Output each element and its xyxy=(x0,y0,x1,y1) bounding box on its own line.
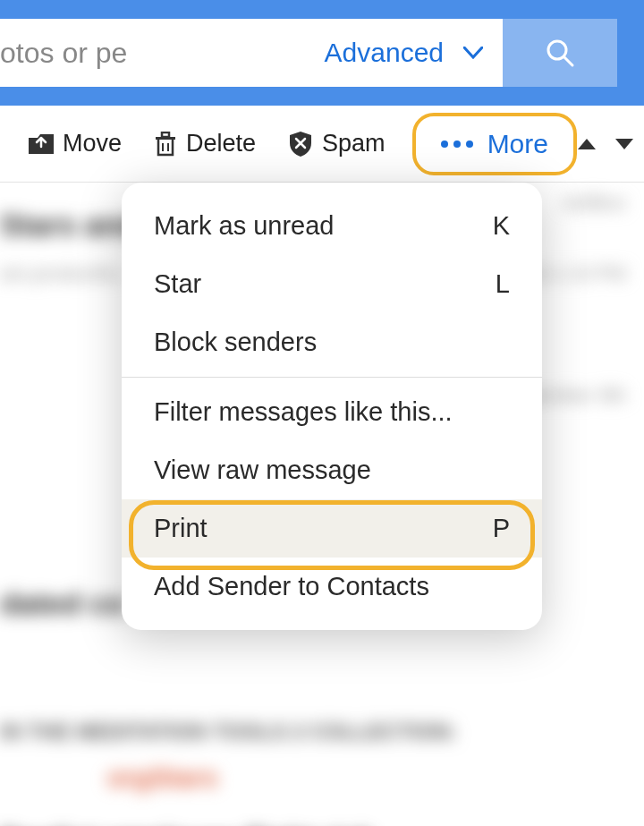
menu-label: View raw message xyxy=(154,456,371,485)
move-icon xyxy=(29,132,54,156)
menu-label: Add Sender to Contacts xyxy=(154,572,429,601)
menu-block-senders[interactable]: Block senders xyxy=(122,313,542,371)
menu-filter[interactable]: Filter messages like this... xyxy=(122,383,542,441)
menu-label: Star xyxy=(154,269,201,299)
search-icon xyxy=(544,37,576,69)
more-button[interactable]: More xyxy=(412,113,577,175)
nav-arrows xyxy=(577,137,643,151)
advanced-search-button[interactable]: Advanced xyxy=(316,38,503,68)
menu-label: Filter messages like this... xyxy=(154,397,453,427)
search-bar: Advanced xyxy=(0,19,503,87)
menu-label: Mark as unread xyxy=(154,211,335,241)
collection-line: IN THE MEDITATION TOOLS 2 COLLECTION: xyxy=(0,720,626,745)
svg-rect-3 xyxy=(162,132,169,137)
chevron-down-icon xyxy=(463,47,483,59)
adbox-label: Ad/Box xyxy=(563,192,626,215)
delete-label: Delete xyxy=(186,130,256,158)
spam-shield-icon xyxy=(288,131,313,158)
svg-line-1 xyxy=(564,57,572,65)
menu-mark-unread[interactable]: Mark as unread K xyxy=(122,197,542,255)
menu-shortcut: K xyxy=(493,211,510,241)
from-line: am.producthu xyxy=(0,262,121,285)
menu-label: Block senders xyxy=(154,328,317,357)
more-dropdown: Mark as unread K Star L Block senders Fi… xyxy=(122,183,542,630)
menu-shortcut: P xyxy=(493,514,510,543)
spam-label: Spam xyxy=(322,130,386,158)
menu-print[interactable]: Print P xyxy=(122,499,542,558)
org-label: orgStars xyxy=(107,762,626,793)
delete-button[interactable]: Delete xyxy=(141,121,268,166)
menu-divider xyxy=(122,377,542,378)
search-button[interactable] xyxy=(503,19,617,87)
arrow-up-icon[interactable] xyxy=(577,137,597,151)
search-input[interactable] xyxy=(0,37,316,70)
menu-add-contact[interactable]: Add Sender to Contacts xyxy=(122,558,542,616)
arrow-down-icon[interactable] xyxy=(614,137,634,151)
menu-shortcut: L xyxy=(496,269,510,299)
mail-toolbar: Move Delete Spam More xyxy=(0,106,644,183)
menu-view-raw[interactable]: View raw message xyxy=(122,441,542,499)
menu-label: Print xyxy=(154,514,208,543)
menu-star[interactable]: Star L xyxy=(122,255,542,313)
spam-button[interactable]: Spam xyxy=(275,121,398,166)
move-label: Move xyxy=(63,130,122,158)
trash-icon xyxy=(154,132,177,157)
more-dots-icon xyxy=(441,141,473,148)
move-button[interactable]: Move xyxy=(16,121,134,166)
more-label: More xyxy=(487,129,548,159)
header-bar: Advanced xyxy=(0,0,644,106)
advanced-label: Advanced xyxy=(325,38,444,68)
